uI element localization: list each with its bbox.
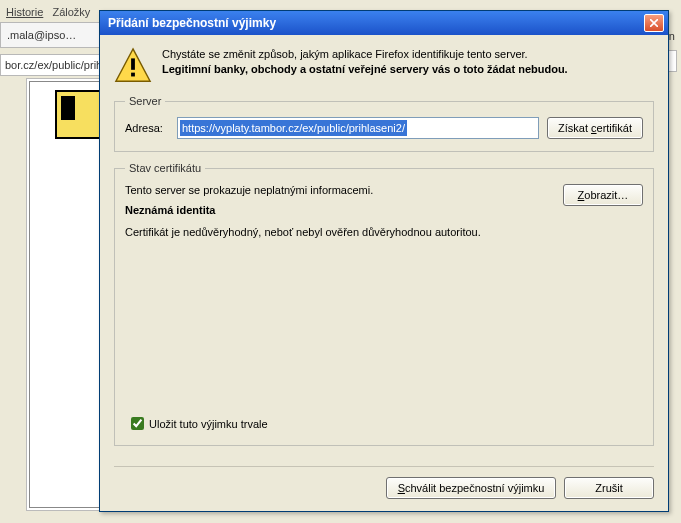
store-permanently-input[interactable] <box>131 417 144 430</box>
dialog-title: Přidání bezpečnostní výjimky <box>104 16 644 30</box>
address-label: Adresa: <box>125 122 177 134</box>
dialog-titlebar[interactable]: Přidání bezpečnostní výjimky <box>100 11 668 35</box>
dialog-footer: Schválit bezpečnostní výjimku Zrušit <box>114 466 654 499</box>
security-exception-dialog: Přidání bezpečnostní výjimky Chystáte se… <box>99 10 669 512</box>
tab-label: .mala@ipso… <box>7 29 76 41</box>
view-certificate-button[interactable]: Zobrazit… <box>563 184 643 206</box>
address-input[interactable]: https://vyplaty.tambor.cz/ex/public/prih… <box>177 117 539 139</box>
server-fieldset: Server Adresa: https://vyplaty.tambor.cz… <box>114 95 654 152</box>
confirm-exception-button[interactable]: Schválit bezpečnostní výjimku <box>386 477 556 499</box>
cancel-button[interactable]: Zrušit <box>564 477 654 499</box>
cert-status-legend: Stav certifikátu <box>125 162 205 174</box>
store-permanently-checkbox[interactable]: Uložit tuto výjimku trvale <box>127 414 643 433</box>
cert-status-fieldset: Stav certifikátu Tento server se prokazu… <box>114 162 654 446</box>
close-icon <box>650 19 658 27</box>
svg-rect-2 <box>131 73 135 77</box>
server-legend: Server <box>125 95 165 107</box>
get-certificate-button[interactable]: Získat certifikát <box>547 117 643 139</box>
identity-detail: Certifikát je nedůvěryhodný, neboť nebyl… <box>125 226 643 238</box>
browser-menu: Historie Záložky <box>6 6 90 18</box>
warning-icon <box>114 47 152 85</box>
intro-text: Chystáte se změnit způsob, jakým aplikac… <box>162 47 654 85</box>
svg-rect-1 <box>131 58 135 69</box>
close-button[interactable] <box>644 14 664 32</box>
